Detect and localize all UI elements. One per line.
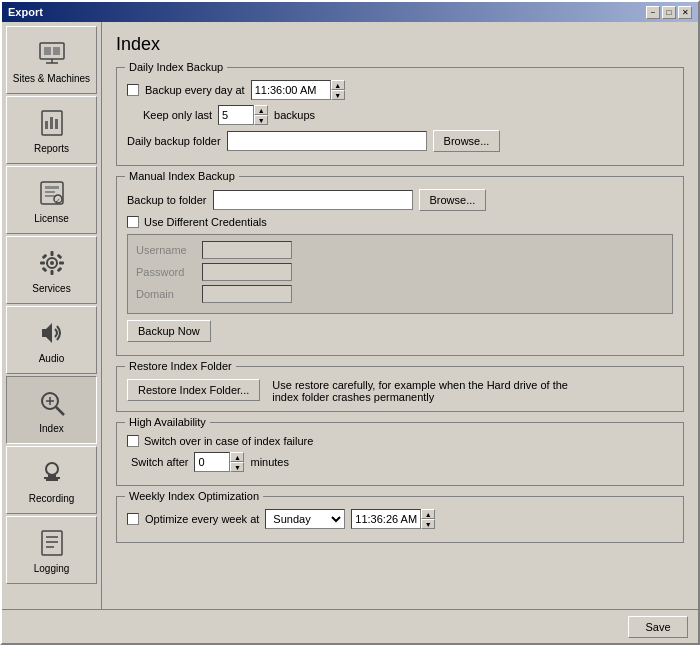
switch-over-checkbox[interactable] <box>127 435 139 447</box>
svg-rect-2 <box>53 47 60 55</box>
keep-count-spin: ▲ ▼ <box>218 105 268 125</box>
optimize-time-spin-buttons: ▲ ▼ <box>421 509 435 529</box>
svg-point-30 <box>46 463 58 475</box>
save-button[interactable]: Save <box>628 616 688 638</box>
svg-rect-6 <box>45 121 48 129</box>
backup-now-row: Backup Now <box>127 320 673 342</box>
switch-after-down[interactable]: ▼ <box>230 462 244 472</box>
diff-cred-row: Use Different Credentials <box>127 216 673 228</box>
sidebar-label-recording: Recording <box>29 493 75 504</box>
sidebar-item-logging[interactable]: Logging <box>6 516 97 584</box>
recording-icon <box>36 457 68 489</box>
backup-everyday-row: Backup every day at ▲ ▼ <box>127 80 673 100</box>
manual-browse-button[interactable]: Browse... <box>419 189 487 211</box>
switch-after-row: Switch after ▲ ▼ minutes <box>131 452 673 472</box>
manual-backup-group: Manual Index Backup Backup to folder Bro… <box>116 176 684 356</box>
restore-title: Restore Index Folder <box>125 360 236 372</box>
daily-folder-input[interactable] <box>227 131 427 151</box>
sidebar-item-reports[interactable]: Reports <box>6 96 97 164</box>
keep-count-input[interactable] <box>218 105 254 125</box>
restore-group: Restore Index Folder Restore Index Folde… <box>116 366 684 412</box>
weekly-optimization-title: Weekly Index Optimization <box>125 490 263 502</box>
restore-content: Restore Index Folder... Use restore care… <box>127 375 673 403</box>
svg-rect-7 <box>50 117 53 129</box>
switch-after-up[interactable]: ▲ <box>230 452 244 462</box>
optimize-time-up[interactable]: ▲ <box>421 509 435 519</box>
backup-now-button[interactable]: Backup Now <box>127 320 211 342</box>
switch-over-row: Switch over in case of index failure <box>127 435 673 447</box>
backup-time-up[interactable]: ▲ <box>331 80 345 90</box>
sidebar-item-license[interactable]: ✓ License <box>6 166 97 234</box>
daily-browse-button[interactable]: Browse... <box>433 130 501 152</box>
svg-rect-8 <box>55 119 58 129</box>
svg-rect-22 <box>56 266 62 272</box>
maximize-button[interactable]: □ <box>662 6 676 19</box>
domain-label: Domain <box>136 288 196 300</box>
minimize-button[interactable]: − <box>646 6 660 19</box>
close-button[interactable]: ✕ <box>678 6 692 19</box>
diff-cred-label: Use Different Credentials <box>144 216 267 228</box>
keep-only-label: Keep only last <box>143 109 212 121</box>
switch-after-spin-buttons: ▲ ▼ <box>230 452 244 472</box>
sidebar-item-sites-machines[interactable]: Sites & Machines <box>6 26 97 94</box>
sidebar-label-license: License <box>34 213 68 224</box>
high-availability-group: High Availability Switch over in case of… <box>116 422 684 486</box>
svg-point-16 <box>50 261 54 265</box>
sites-machines-icon <box>36 37 68 69</box>
sidebar-label-reports: Reports <box>34 143 69 154</box>
manual-backup-content: Backup to folder Browse... Use Different… <box>127 185 673 342</box>
svg-line-27 <box>56 407 64 415</box>
daily-backup-title: Daily Index Backup <box>125 61 227 73</box>
backup-time-spin: ▲ ▼ <box>251 80 345 100</box>
sidebar-item-recording[interactable]: Recording <box>6 446 97 514</box>
backup-to-folder-row: Backup to folder Browse... <box>127 189 673 211</box>
backup-time-spin-buttons: ▲ ▼ <box>331 80 345 100</box>
svg-rect-20 <box>59 261 64 264</box>
window-body: Sites & Machines Reports <box>2 22 698 609</box>
sidebar-item-audio[interactable]: Audio <box>6 306 97 374</box>
sidebar-label-logging: Logging <box>34 563 70 574</box>
svg-rect-33 <box>46 479 58 481</box>
sidebar-label-audio: Audio <box>39 353 65 364</box>
username-row: Username <box>136 241 664 259</box>
optimize-checkbox[interactable] <box>127 513 139 525</box>
backup-everyday-checkbox[interactable] <box>127 84 139 96</box>
backup-to-folder-input[interactable] <box>213 190 413 210</box>
main-content: Index Daily Index Backup Backup every da… <box>102 22 698 609</box>
svg-rect-1 <box>44 47 51 55</box>
domain-input[interactable] <box>202 285 292 303</box>
backup-time-input[interactable] <box>251 80 331 100</box>
sidebar-label-services: Services <box>32 283 70 294</box>
keep-count-up[interactable]: ▲ <box>254 105 268 115</box>
svg-marker-25 <box>42 323 52 343</box>
restore-button[interactable]: Restore Index Folder... <box>127 379 260 401</box>
backup-everyday-label: Backup every day at <box>145 84 245 96</box>
svg-text:✓: ✓ <box>55 196 61 203</box>
optimize-time-input[interactable] <box>351 509 421 529</box>
svg-rect-23 <box>41 266 47 272</box>
svg-rect-32 <box>44 477 60 479</box>
svg-rect-11 <box>45 191 55 193</box>
domain-row: Domain <box>136 285 664 303</box>
backup-to-folder-label: Backup to folder <box>127 194 207 206</box>
backups-label: backups <box>274 109 315 121</box>
optimize-time-spin: ▲ ▼ <box>351 509 435 529</box>
sidebar-item-index[interactable]: Index <box>6 376 97 444</box>
high-availability-title: High Availability <box>125 416 210 428</box>
keep-count-down[interactable]: ▼ <box>254 115 268 125</box>
switch-after-input[interactable] <box>194 452 230 472</box>
license-icon: ✓ <box>36 177 68 209</box>
services-icon <box>36 247 68 279</box>
svg-rect-19 <box>40 261 45 264</box>
title-bar: Export − □ ✕ <box>2 2 698 22</box>
audio-icon <box>36 317 68 349</box>
optimize-label: Optimize every week at <box>145 513 259 525</box>
diff-cred-checkbox[interactable] <box>127 216 139 228</box>
backup-time-down[interactable]: ▼ <box>331 90 345 100</box>
window-title: Export <box>8 6 43 18</box>
optimize-day-select[interactable]: Sunday Monday Tuesday Wednesday Thursday… <box>265 509 345 529</box>
password-input[interactable] <box>202 263 292 281</box>
username-input[interactable] <box>202 241 292 259</box>
optimize-time-down[interactable]: ▼ <box>421 519 435 529</box>
sidebar-item-services[interactable]: Services <box>6 236 97 304</box>
